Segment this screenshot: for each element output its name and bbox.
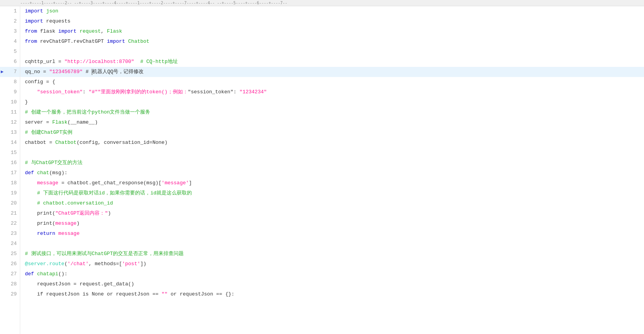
line-number: 16 bbox=[0, 158, 20, 168]
line-number: ▶7 bbox=[0, 67, 20, 77]
line-number: 14 bbox=[0, 138, 20, 148]
line-number: 8 bbox=[0, 77, 20, 87]
line-number: 26 bbox=[0, 259, 20, 269]
code-line bbox=[20, 47, 644, 57]
line-number: 1 bbox=[0, 6, 20, 16]
code-line: # chatbot.conversation_id bbox=[20, 198, 644, 208]
line-number: 19 bbox=[0, 188, 20, 198]
code-line: from revChatGPT.revChatGPT import Chatbo… bbox=[20, 37, 644, 47]
code-line: if requestJson is None or requestJson ==… bbox=[20, 289, 644, 299]
line-number: 21 bbox=[0, 208, 20, 219]
code-line: # 与ChatGPT交互的方法 bbox=[20, 158, 644, 168]
code-line: # 创建ChatGPT实例 bbox=[20, 128, 644, 138]
code-line: print(message) bbox=[20, 219, 644, 229]
line-number: 25 bbox=[0, 249, 20, 259]
line-number: 15 bbox=[0, 148, 20, 158]
code-line: @server.route('/chat', methods=['post']) bbox=[20, 259, 644, 269]
ruler: ----+----1----+----2----+----3----+----4… bbox=[0, 0, 644, 6]
code-line: } bbox=[20, 97, 644, 107]
line-number: 12 bbox=[0, 117, 20, 128]
ruler-content: ----+----1----+----2----+----3----+----4… bbox=[0, 1, 287, 5]
line-number: 3 bbox=[0, 26, 20, 37]
line-number: 28 bbox=[0, 279, 20, 289]
line-number: 11 bbox=[0, 107, 20, 117]
line-number: 5 bbox=[0, 47, 20, 57]
line-number: 29 bbox=[0, 289, 20, 299]
code-line: server = Flask(__name__) bbox=[20, 117, 644, 128]
code-line: # 下面这行代码是获取对话id，如果你需要的话，id就是这么获取的 bbox=[20, 188, 644, 198]
line-number: 6 bbox=[0, 57, 20, 67]
code-line: return message bbox=[20, 229, 644, 239]
line-number: 10 bbox=[0, 97, 20, 107]
editor-container: ----+----1----+----2----+----3----+----4… bbox=[0, 0, 644, 334]
line-number: 27 bbox=[0, 269, 20, 279]
code-area: 123456▶789101112131415161718192021222324… bbox=[0, 6, 644, 334]
code-line: # 测试接口，可以用来测试与ChatGPT的交互是否正常，用来排查问题 bbox=[20, 249, 644, 259]
code-line: print("ChatGPT返回内容：") bbox=[20, 208, 644, 219]
code-line bbox=[20, 239, 644, 249]
line-number: 13 bbox=[0, 128, 20, 138]
line-number: 4 bbox=[0, 37, 20, 47]
line-numbers: 123456▶789101112131415161718192021222324… bbox=[0, 6, 20, 334]
code-line: cqhttp_url = "http://localhost:8700" # C… bbox=[20, 57, 644, 67]
line-number: 9 bbox=[0, 87, 20, 97]
line-number: 22 bbox=[0, 219, 20, 229]
line-number: 2 bbox=[0, 16, 20, 26]
line-number: 20 bbox=[0, 198, 20, 208]
code-content[interactable]: import jsonimport requestsfrom flask imp… bbox=[20, 6, 644, 334]
line-number: 23 bbox=[0, 229, 20, 239]
code-line: requestJson = request.get_data() bbox=[20, 279, 644, 289]
code-line: config = { bbox=[20, 77, 644, 87]
code-line: def chat(msg): bbox=[20, 168, 644, 178]
line-number: 18 bbox=[0, 178, 20, 188]
code-line: chatbot = Chatbot(config, conversation_i… bbox=[20, 138, 644, 148]
code-line: import requests bbox=[20, 16, 644, 26]
code-line: import json bbox=[20, 6, 644, 16]
code-line: def chatapi(): bbox=[20, 269, 644, 279]
line-number: 24 bbox=[0, 239, 20, 249]
code-line: # 创建一个服务，把当前这个python文件当做一个服务 bbox=[20, 107, 644, 117]
line-number: 17 bbox=[0, 168, 20, 178]
code-line: qq_no = "123456789" # 机器人QQ号，记得修改 bbox=[20, 67, 644, 77]
code-line: from flask import request, Flask bbox=[20, 26, 644, 37]
code-line: "session_token": "#""里面放刚刚拿到的的token()；例如… bbox=[20, 87, 644, 97]
code-line bbox=[20, 148, 644, 158]
code-line: message = chatbot.get_chat_response(msg)… bbox=[20, 178, 644, 188]
